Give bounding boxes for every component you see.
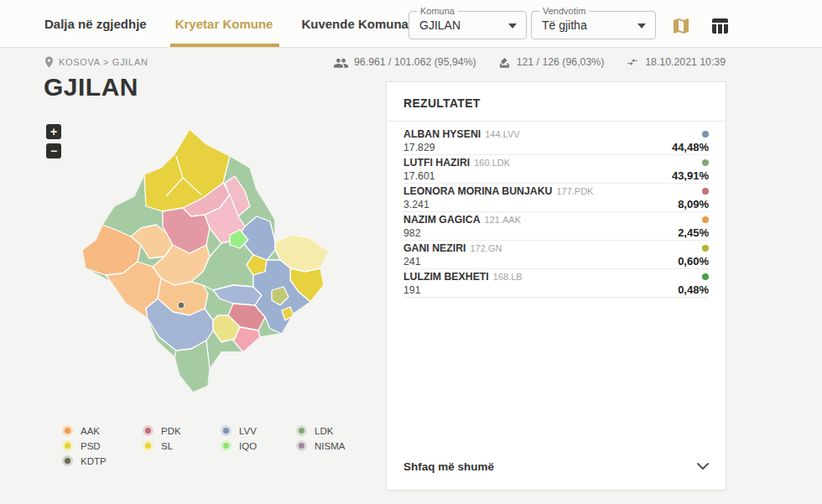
table-view-icon[interactable]	[710, 16, 730, 36]
candidate-list-number: 177.PDK	[556, 186, 593, 196]
candidate-row[interactable]: GANI NEZIRI 172.GN 241 0,60%	[403, 241, 709, 269]
voters-icon	[334, 57, 348, 68]
show-more-button[interactable]: Shfaq më shumë	[387, 447, 726, 490]
candidate-percent: 44,48%	[672, 141, 709, 153]
legend-item-sl: SL	[143, 440, 221, 451]
candidate-list-number: 121.AAK	[485, 215, 521, 225]
candidate-percent: 0,48%	[678, 283, 709, 296]
legend-item-ldk: LDK	[296, 425, 356, 436]
turnout-value: 96.961 / 101.062 (95,94%)	[354, 56, 476, 68]
party-dot-icon	[221, 425, 232, 436]
candidate-list-number: 144.LVV	[485, 129, 519, 139]
party-legend: AAK PDK LVV LDK PSD SL IQO NISMA KDTP	[62, 425, 356, 466]
candidate-votes: 241	[403, 256, 421, 268]
breadcrumb[interactable]: KOSOVA > GJILAN	[44, 56, 148, 68]
candidate-percent: 43,91%	[672, 169, 709, 182]
updated-stat: 18.10.2021 10:39	[626, 56, 726, 69]
party-dot-icon	[702, 131, 709, 138]
party-dot-icon	[143, 440, 153, 451]
candidate-name: GANI NEZIRI	[403, 242, 466, 254]
candidate-list-number: 172.GN	[470, 243, 502, 253]
compare-arrows-icon	[626, 56, 639, 68]
komuna-select[interactable]: Komuna GJILAN	[408, 11, 527, 39]
legend-item-nisma: NISMA	[296, 440, 356, 451]
stats-row: 96.961 / 101.062 (95,94%) 121 / 126 (96,…	[334, 56, 726, 69]
party-dot-icon	[702, 159, 709, 166]
results-panel: REZULTATET ALBAN HYSENI 144.LVV 17.829 4…	[386, 81, 726, 491]
party-dot-icon	[221, 440, 232, 451]
candidate-votes: 982	[403, 227, 421, 239]
party-dot-icon	[296, 425, 307, 436]
candidate-votes: 3.241	[403, 199, 429, 210]
map-view-icon[interactable]	[671, 16, 691, 36]
candidate-list: ALBAN HYSENI 144.LVV 17.829 44,48% LUTFI…	[387, 122, 726, 298]
chevron-down-icon	[697, 463, 709, 470]
party-dot-icon	[702, 188, 709, 195]
main-tabs: Dalja në zgjedhje Kryetar Komune Kuvende…	[44, 0, 447, 47]
candidate-row[interactable]: LUTFI HAZIRI 160.LDK 17.601 43,91%	[403, 155, 709, 184]
stations-stat: 121 / 126 (96,03%)	[498, 56, 605, 69]
candidate-percent: 0,60%	[678, 255, 709, 268]
candidate-name: ALBAN HYSENI	[403, 128, 481, 140]
candidate-row[interactable]: LEONORA MORINA BUNJAKU 177.PDK 3.241 8,0…	[403, 184, 709, 212]
results-title: REZULTATET	[387, 82, 726, 122]
ballot-box-icon	[498, 56, 511, 69]
candidate-percent: 2,45%	[678, 226, 709, 239]
komuna-select-value: GJILAN	[419, 12, 460, 39]
dropdown-arrow-icon	[637, 23, 646, 29]
party-dot-icon	[702, 216, 709, 223]
party-dot-icon	[62, 440, 73, 451]
updated-value: 18.10.2021 10:39	[645, 56, 726, 68]
legend-item-lvv: LVV	[221, 425, 296, 436]
page-title: GJILAN	[44, 73, 138, 101]
candidate-votes: 17.601	[403, 170, 435, 182]
breadcrumb-text: KOSOVA > GJILAN	[59, 57, 148, 67]
vendvotim-select[interactable]: Vendvotim Të gjitha	[531, 11, 656, 39]
party-dot-icon	[143, 425, 153, 436]
legend-item-pdk: PDK	[143, 425, 221, 436]
candidate-row[interactable]: NAZIM GAGICA 121.AAK 982 2,45%	[403, 212, 709, 241]
candidate-row[interactable]: ALBAN HYSENI 144.LVV 17.829 44,48%	[403, 127, 709, 155]
tab-dalja-ne-zgjedhje[interactable]: Dalja në zgjedhje	[44, 0, 175, 47]
zoom-in-button[interactable]: +	[46, 124, 61, 139]
party-dot-icon	[702, 273, 709, 280]
map-regions[interactable]	[82, 129, 329, 392]
stations-value: 121 / 126 (96,03%)	[517, 56, 605, 68]
party-dot-icon	[62, 425, 73, 436]
party-dot-icon	[62, 455, 73, 466]
turnout-stat: 96.961 / 101.062 (95,94%)	[334, 56, 476, 69]
top-bar: Dalja në zgjedhje Kryetar Komune Kuvende…	[0, 0, 822, 48]
dropdown-arrow-icon	[508, 23, 517, 29]
legend-item-iqo: IQO	[221, 440, 296, 451]
party-dot-icon	[296, 440, 307, 451]
vendvotim-select-value: Të gjitha	[542, 12, 587, 39]
party-dot-icon	[702, 245, 709, 252]
candidate-percent: 8,09%	[678, 198, 709, 210]
candidate-votes: 191	[403, 284, 421, 296]
candidate-list-number: 168.LB	[493, 272, 523, 282]
candidate-name: LEONORA MORINA BUNJAKU	[403, 185, 552, 197]
candidate-name: LULZIM BEXHETI	[403, 271, 489, 283]
map-zoom-controls: + −	[46, 124, 61, 158]
location-pin-icon	[44, 56, 54, 68]
candidate-row[interactable]: LULZIM BEXHETI 168.LB 191 0,48%	[403, 269, 709, 298]
tab-kryetar-komune[interactable]: Kryetar Komune	[175, 0, 302, 47]
candidate-name: LUTFI HAZIRI	[403, 157, 470, 169]
legend-item-aak: AAK	[62, 425, 143, 436]
candidate-votes: 17.829	[403, 142, 435, 153]
show-more-label: Shfaq më shumë	[403, 460, 494, 473]
candidate-name: NAZIM GAGICA	[403, 214, 481, 226]
zoom-out-button[interactable]: −	[46, 143, 61, 158]
legend-item-psd: PSD	[62, 440, 143, 451]
kosovo-map[interactable]	[65, 117, 355, 411]
candidate-list-number: 160.LDK	[474, 158, 510, 168]
legend-item-kdtp: KDTP	[62, 455, 143, 466]
